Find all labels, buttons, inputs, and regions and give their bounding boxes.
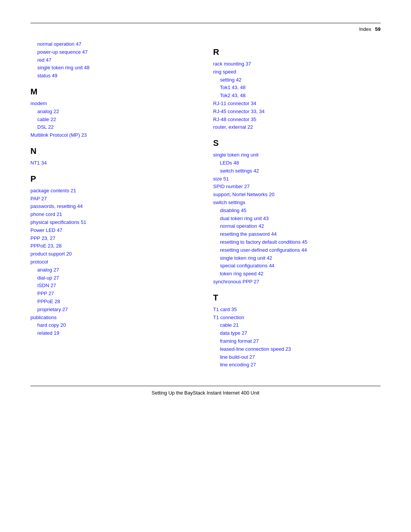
footer-text: Setting Up the BayStack Instant Internet… xyxy=(151,390,259,396)
footer: Setting Up the BayStack Instant Internet… xyxy=(30,386,381,396)
entry-cable-modem[interactable]: cable 22 xyxy=(30,116,190,124)
section-letter-s: S xyxy=(213,138,381,148)
section-letter-m: M xyxy=(30,87,190,97)
entry-switch-settings-disabling[interactable]: disabling 45 xyxy=(213,207,381,215)
left-column: normal operation 47 power-up sequence 47… xyxy=(30,40,206,374)
right-column: R rack mounting 37 ring speed setting 42… xyxy=(206,40,381,374)
entry-power-led[interactable]: Power LED 47 xyxy=(30,227,190,235)
entry-publications[interactable]: publications xyxy=(30,314,190,322)
entry-protocol-analog[interactable]: analog 27 xyxy=(30,266,190,274)
entry-rj11-connector[interactable]: RJ-11 connector 34 xyxy=(213,100,381,108)
header: Index 59 xyxy=(30,26,381,37)
entry-router-external[interactable]: router, external 22 xyxy=(213,123,381,131)
entry-pppoe[interactable]: PPPoE 23, 28 xyxy=(30,242,190,250)
entry-analog-modem[interactable]: analog 22 xyxy=(30,108,190,116)
entry-protocol-ppp[interactable]: PPP 27 xyxy=(30,290,190,298)
entry-ring-speed-tok1[interactable]: Tok1 43, 48 xyxy=(213,84,381,92)
entry-t1-leased-line[interactable]: leased-line connection speed 23 xyxy=(213,345,381,353)
entry-protocol-isdn[interactable]: ISDN 27 xyxy=(30,282,190,290)
section-letter-r: R xyxy=(213,47,381,57)
entry-rj48-connector[interactable]: RJ-48 connector 35 xyxy=(213,116,381,124)
entry-phone-cord[interactable]: phone cord 21 xyxy=(30,211,190,219)
entry-switch-settings-reset-user[interactable]: resetting user-defined configurations 44 xyxy=(213,246,381,254)
section-s: S single token ring unit LEDs 48 switch … xyxy=(213,138,381,286)
entry-t1-data-type[interactable]: data type 27 xyxy=(213,329,381,337)
entry-dsl-modem[interactable]: DSL 22 xyxy=(30,123,190,131)
section-letter-n: N xyxy=(30,146,190,156)
entry-rack-mounting[interactable]: rack mounting 37 xyxy=(213,60,381,68)
entry-t1-line-encoding[interactable]: line encoding 27 xyxy=(213,361,381,369)
entry-switch-settings-normal-operation[interactable]: normal operation 42 xyxy=(213,222,381,230)
entry-spid-number[interactable]: SPID number 27 xyxy=(213,183,381,191)
entry-protocol[interactable]: protocol xyxy=(30,258,190,266)
entry-ring-speed-setting[interactable]: setting 42 xyxy=(213,76,381,84)
entry-power-up-sequence[interactable]: power-up sequence 47 xyxy=(30,48,190,56)
entry-modem[interactable]: modem xyxy=(30,100,190,108)
entry-rj45-connector[interactable]: RJ-45 connector 33, 34 xyxy=(213,108,381,116)
header-page-number: 59 xyxy=(375,26,381,32)
entry-t1-card[interactable]: T1 card 35 xyxy=(213,306,381,314)
entry-physical-specifications[interactable]: physical specifications 51 xyxy=(30,219,190,227)
entry-multilink-protocol[interactable]: Multilink Protocol (MP) 23 xyxy=(30,131,190,139)
section-p: P package contents 21 PAP 27 passwords, … xyxy=(30,174,190,337)
entry-related[interactable]: related 19 xyxy=(30,329,190,337)
entry-switch-settings-special-config[interactable]: special configurations 44 xyxy=(213,262,381,270)
section-r: R rack mounting 37 ring speed setting 42… xyxy=(213,47,381,131)
entry-t1-framing-format[interactable]: framing format 27 xyxy=(213,337,381,345)
entry-switch-settings-single-token[interactable]: single token ring unit 42 xyxy=(213,254,381,262)
entry-hard-copy[interactable]: hard copy 20 xyxy=(30,321,190,329)
entry-switch-settings[interactable]: switch settings xyxy=(213,199,381,207)
entry-switch-settings-token-ring-speed[interactable]: token ring speed 42 xyxy=(213,270,381,278)
entry-protocol-proprietary[interactable]: proprietary 27 xyxy=(30,306,190,314)
section-t: T T1 card 35 T1 connection cable 21 data… xyxy=(213,293,381,369)
entry-single-token-switch-settings[interactable]: switch settings 42 xyxy=(213,167,381,175)
entry-ring-speed[interactable]: ring speed xyxy=(213,68,381,76)
page: Index 59 normal operation 47 power-up se… xyxy=(0,0,411,532)
entry-synchronous-ppp[interactable]: synchronous PPP 27 xyxy=(213,278,381,286)
entry-switch-settings-reset-password[interactable]: resetting the password 44 xyxy=(213,230,381,238)
header-index-label: Index xyxy=(359,26,371,32)
entry-t1-connection[interactable]: T1 connection xyxy=(213,314,381,322)
entry-nt1[interactable]: NT1 34 xyxy=(30,159,190,167)
entry-t1-line-build-out[interactable]: line build-out 27 xyxy=(213,353,381,361)
entry-t1-cable[interactable]: cable 21 xyxy=(213,321,381,329)
section-letter-p: P xyxy=(30,174,190,184)
section-letter-t: T xyxy=(213,293,381,303)
section-n: N NT1 34 xyxy=(30,146,190,167)
entry-passwords-resetting[interactable]: passwords, resetting 44 xyxy=(30,203,190,211)
entry-single-token-ring-unit-left[interactable]: single token ring unit 48 xyxy=(30,64,190,72)
section-continued: normal operation 47 power-up sequence 47… xyxy=(30,40,190,80)
top-rule xyxy=(30,23,381,23)
entry-status[interactable]: status 49 xyxy=(30,72,190,80)
entry-normal-operation[interactable]: normal operation 47 xyxy=(30,40,190,48)
entry-protocol-dialup[interactable]: dial-up 27 xyxy=(30,274,190,282)
section-m: M modem analog 22 cable 22 DSL 22 Multil… xyxy=(30,87,190,139)
entry-protocol-pppoe[interactable]: PPPoE 28 xyxy=(30,298,190,306)
entry-single-token-ring-unit[interactable]: single token ring unit xyxy=(213,151,381,159)
entry-size[interactable]: size 51 xyxy=(213,175,381,183)
entry-pap[interactable]: PAP 27 xyxy=(30,195,190,203)
entry-switch-settings-reset-factory[interactable]: resetting to factory default conditions … xyxy=(213,238,381,246)
entry-support-nortel[interactable]: support, Nortel Networks 20 xyxy=(213,191,381,199)
entry-ppp[interactable]: PPP 23, 27 xyxy=(30,235,190,243)
content-area: normal operation 47 power-up sequence 47… xyxy=(30,40,381,374)
entry-package-contents[interactable]: package contents 21 xyxy=(30,187,190,195)
entry-switch-settings-dual-token[interactable]: dual token ring unit 43 xyxy=(213,215,381,223)
entry-red[interactable]: red 47 xyxy=(30,56,190,64)
entry-single-token-leds[interactable]: LEDs 48 xyxy=(213,159,381,167)
entry-product-support[interactable]: product support 20 xyxy=(30,250,190,258)
entry-ring-speed-tok2[interactable]: Tok2 43, 48 xyxy=(213,92,381,100)
